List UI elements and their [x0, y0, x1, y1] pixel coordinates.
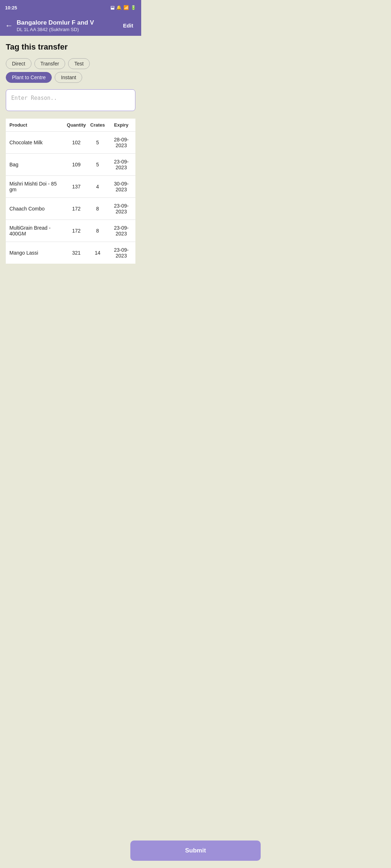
app-bar-title-block: Bangalore Domlur F and V DL 1L AA 3842 (…: [17, 19, 117, 32]
cell-product-0: Chocolate Milk: [6, 132, 65, 154]
cell-product-3: Chaach Combo: [6, 198, 65, 220]
col-header-product: Product: [6, 119, 65, 132]
cell-crates-3: 8: [88, 198, 107, 220]
notification-icon: 🔔: [116, 5, 122, 10]
wifi-icon: 📶: [123, 5, 129, 10]
cell-crates-1: 5: [88, 154, 107, 176]
app-bar-subtitle: DL 1L AA 3842 (Sukhram SD): [17, 27, 117, 32]
chip-plant-to-centre[interactable]: Plant to Centre: [6, 72, 52, 83]
cell-expiry-4: 23-09-2023: [107, 220, 135, 242]
chip-transfer[interactable]: Transfer: [34, 58, 66, 69]
cell-crates-5: 14: [88, 242, 107, 264]
cell-expiry-0: 28-09-2023: [107, 132, 135, 154]
cell-quantity-3: 172: [65, 198, 88, 220]
table-row: MultiGrain Bread - 400GM 172 8 23-09-202…: [6, 220, 135, 242]
cell-quantity-1: 109: [65, 154, 88, 176]
cell-product-1: Bag: [6, 154, 65, 176]
cell-crates-4: 8: [88, 220, 107, 242]
table-row: Chaach Combo 172 8 23-09-2023: [6, 198, 135, 220]
product-table: Product Quantity Crates Expiry Chocolate…: [6, 119, 135, 264]
main-content: Tag this transfer Direct Transfer Test P…: [0, 36, 141, 270]
tag-chips: Direct Transfer Test Plant to Centre Ins…: [6, 58, 135, 83]
cell-quantity-0: 102: [65, 132, 88, 154]
bluetooth-icon: ⬓: [110, 5, 114, 10]
cell-expiry-2: 30-09-2023: [107, 176, 135, 198]
status-time: 10:25: [5, 5, 17, 10]
reason-input[interactable]: [6, 89, 135, 111]
table-header-row: Product Quantity Crates Expiry: [6, 119, 135, 132]
cell-quantity-5: 321: [65, 242, 88, 264]
col-header-expiry: Expiry: [107, 119, 135, 132]
cell-expiry-3: 23-09-2023: [107, 198, 135, 220]
cell-crates-2: 4: [88, 176, 107, 198]
page-title: Tag this transfer: [6, 42, 135, 52]
table-row: Chocolate Milk 102 5 28-09-2023: [6, 132, 135, 154]
cell-product-4: MultiGrain Bread - 400GM: [6, 220, 65, 242]
col-header-quantity: Quantity: [65, 119, 88, 132]
chip-test[interactable]: Test: [68, 58, 90, 69]
app-bar: ← Bangalore Domlur F and V DL 1L AA 3842…: [0, 15, 141, 36]
battery-icon: 🔋: [131, 5, 136, 10]
cell-product-2: Mishri Mishti Doi - 85 gm: [6, 176, 65, 198]
cell-quantity-4: 172: [65, 220, 88, 242]
app-bar-title: Bangalore Domlur F and V: [17, 19, 117, 27]
table-row: Bag 109 5 23-09-2023: [6, 154, 135, 176]
cell-crates-0: 5: [88, 132, 107, 154]
col-header-crates: Crates: [88, 119, 107, 132]
status-bar: 10:25 ⬓ 🔔 📶 🔋: [0, 0, 141, 15]
chip-instant[interactable]: Instant: [55, 72, 82, 83]
table-row: Mishri Mishti Doi - 85 gm 137 4 30-09-20…: [6, 176, 135, 198]
cell-expiry-5: 23-09-2023: [107, 242, 135, 264]
back-button[interactable]: ←: [5, 21, 13, 30]
chip-direct[interactable]: Direct: [6, 58, 31, 69]
cell-product-5: Mango Lassi: [6, 242, 65, 264]
edit-button[interactable]: Edit: [120, 21, 136, 30]
cell-quantity-2: 137: [65, 176, 88, 198]
table-row: Mango Lassi 321 14 23-09-2023: [6, 242, 135, 264]
cell-expiry-1: 23-09-2023: [107, 154, 135, 176]
